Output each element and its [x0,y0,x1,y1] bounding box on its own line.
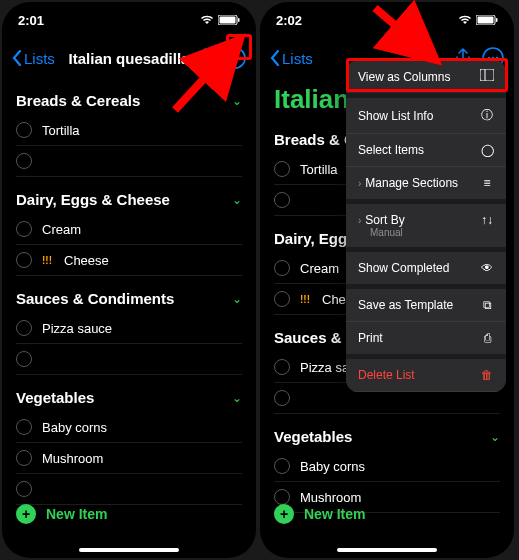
priority-flag-icon: !!! [42,255,52,266]
back-label: Lists [282,50,313,67]
checkbox-circle[interactable] [16,450,32,466]
list-item[interactable]: Baby corns [16,412,242,443]
menu-label: Show Completed [358,261,449,275]
list-item[interactable]: Cream [16,214,242,245]
menu-view-as-columns[interactable]: View as Columns [346,60,506,98]
columns-icon [480,69,494,84]
menu-label: Manage Sections [365,176,458,190]
menu-label: Select Items [358,143,424,157]
more-icon [224,47,246,69]
menu-save-as-template[interactable]: Save as Template ⧉ [346,289,506,322]
item-label: Baby corns [300,459,365,474]
svg-rect-14 [480,69,494,81]
list-item[interactable]: Pizza sauce [16,313,242,344]
more-button[interactable] [224,47,246,69]
checkbox-circle[interactable] [274,161,290,177]
checkbox-circle[interactable] [16,122,32,138]
phone-right: 2:02 Lists Italian q Bre [260,2,514,558]
section-header-dairy[interactable]: Dairy, Eggs & Cheese ⌄ [16,177,242,214]
chevron-right-icon: › [358,215,361,226]
section-header-sauces[interactable]: Sauces & Condiments ⌄ [16,276,242,313]
svg-point-11 [488,57,491,60]
list-item[interactable]: Mushroom [16,443,242,474]
checkbox-circle[interactable] [16,221,32,237]
share-button[interactable] [196,48,214,68]
menu-label: Print [358,331,383,345]
chevron-right-icon: › [358,178,361,189]
menu-show-list-info[interactable]: Show List Info ⓘ [346,98,506,134]
battery-icon [476,15,498,25]
eye-icon: 👁 [480,261,494,275]
template-icon: ⧉ [480,298,494,312]
checkbox-circle[interactable] [274,390,290,406]
menu-delete-list[interactable]: Delete List 🗑 [346,359,506,392]
menu-manage-sections[interactable]: ›Manage Sections ≡ [346,167,506,204]
back-button[interactable]: Lists [270,50,313,67]
svg-point-4 [230,57,233,60]
item-label: Baby corns [42,420,107,435]
section-header-veg[interactable]: Vegetables ⌄ [274,414,500,451]
item-label: Mushroom [42,451,103,466]
checkbox-circle[interactable] [274,260,290,276]
list-item[interactable]: Tortilla [16,115,242,146]
item-label: Tortilla [42,123,80,138]
list-item[interactable]: !!!Cheese [16,245,242,276]
wifi-icon [458,15,472,25]
status-indicators [458,15,498,25]
menu-print[interactable]: Print ⎙ [346,322,506,359]
nav-bar: Lists Italian quesadilla [2,38,256,78]
checkbox-circle[interactable] [16,351,32,367]
svg-point-6 [238,57,241,60]
svg-rect-2 [238,18,240,22]
svg-rect-1 [220,17,236,24]
checkbox-circle[interactable] [16,153,32,169]
menu-sort-by[interactable]: ›Sort By ↑↓ Manual [346,204,506,252]
chevron-left-icon [270,50,280,66]
menu-show-completed[interactable]: Show Completed 👁 [346,252,506,289]
svg-rect-8 [478,17,494,24]
page-title: Italian quesadilla [69,50,190,67]
checkbox-circle[interactable] [16,320,32,336]
menu-label: Delete List [358,368,415,382]
section-header-breads[interactable]: Breads & Cereals ⌄ [16,78,242,115]
item-label: Tortilla [300,162,338,177]
list-item-empty[interactable] [16,344,242,375]
section-title: Dairy, Eggs & Cheese [16,191,170,208]
checkbox-circle[interactable] [274,291,290,307]
status-time: 2:02 [276,13,302,28]
checkbox-circle[interactable] [16,419,32,435]
checkbox-circle[interactable] [274,359,290,375]
info-icon: ⓘ [480,107,494,124]
status-indicators [200,15,240,25]
chevron-down-icon: ⌄ [490,430,500,444]
menu-select-items[interactable]: Select Items ◯ [346,134,506,167]
section-title: Sauces & Condiments [16,290,174,307]
menu-label: Sort By [365,213,404,227]
section-title: Dairy, Eggs [274,230,355,247]
new-item-button[interactable]: + New Item [2,494,121,534]
chevron-left-icon [12,50,22,66]
section-title: Vegetables [16,389,94,406]
home-indicator [337,548,437,552]
sections-icon: ≡ [480,176,494,190]
back-button[interactable]: Lists [12,50,55,67]
chevron-down-icon: ⌄ [232,391,242,405]
new-item-label: New Item [304,506,365,522]
share-icon [196,48,214,68]
list-item-empty[interactable] [16,146,242,177]
section-title: Breads & Cereals [16,92,140,109]
new-item-button[interactable]: + New Item [260,494,379,534]
plus-icon: + [16,504,36,524]
chevron-down-icon: ⌄ [232,292,242,306]
checkbox-circle[interactable] [16,252,32,268]
checkbox-circle[interactable] [274,458,290,474]
print-icon: ⎙ [480,331,494,345]
checkbox-circle[interactable] [274,192,290,208]
item-label: Cream [42,222,81,237]
section-header-veg[interactable]: Vegetables ⌄ [16,375,242,412]
priority-flag-icon: !!! [300,294,310,305]
sort-value: Manual [358,227,403,238]
plus-icon: + [274,504,294,524]
phone-left: 2:01 Lists Italian quesadilla [2,2,256,558]
list-item[interactable]: Baby corns [274,451,500,482]
